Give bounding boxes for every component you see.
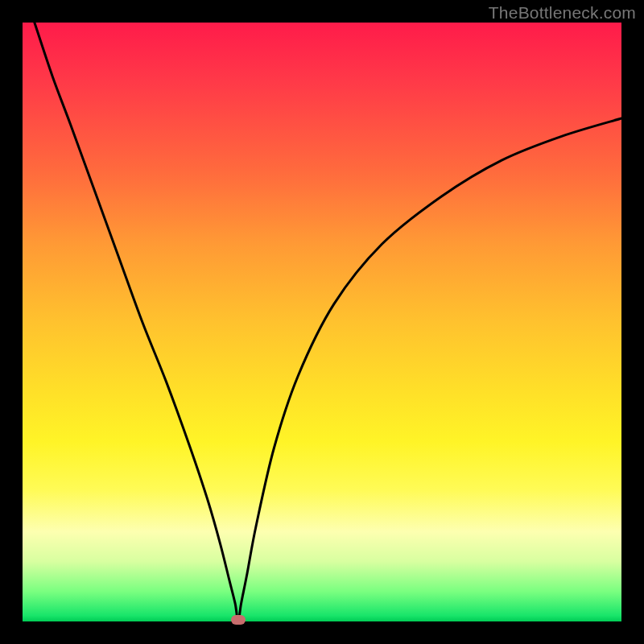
bottleneck-curve: [23, 23, 621, 621]
optimum-marker: [231, 615, 246, 625]
plot-area: [23, 23, 621, 621]
watermark-text: TheBottleneck.com: [489, 3, 636, 23]
chart-frame: TheBottleneck.com: [0, 0, 644, 644]
